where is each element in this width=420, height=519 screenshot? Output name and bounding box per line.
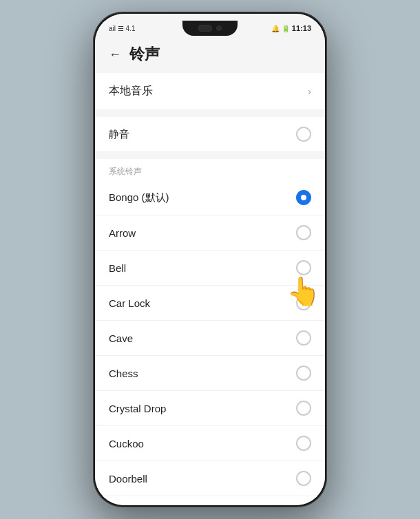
- ringtone-label-doorbell: Doorbell: [109, 473, 147, 485]
- ringtone-label-bongo: Bongo (默认): [109, 191, 169, 204]
- ringtone-radio-doorbell[interactable]: [296, 471, 311, 486]
- silent-radio[interactable]: [296, 127, 311, 142]
- ringtone-label-cuckoo: Cuckoo: [109, 438, 144, 449]
- nav-header: ← 铃声: [95, 39, 325, 73]
- back-button[interactable]: ←: [109, 47, 121, 62]
- ringtone-label-bell: Bell: [109, 262, 126, 274]
- ringtone-radio-cave[interactable]: [296, 330, 311, 346]
- system-ringtones-section-label: 系统铃声: [95, 159, 325, 180]
- ringtone-item-car-lock[interactable]: Car Lock 👆: [95, 286, 325, 321]
- bell-icon: 🔔: [271, 25, 280, 32]
- ringtone-item-bell[interactable]: Bell: [95, 251, 325, 286]
- silent-label: 静音: [109, 128, 129, 141]
- ringtone-label-car-lock: Car Lock: [109, 297, 150, 309]
- status-bar: ail ☰ 4.1 🔔 🔋 11:13: [95, 14, 325, 39]
- camera-wide: [198, 25, 212, 32]
- ringtone-radio-bongo[interactable]: [296, 190, 311, 205]
- local-music-label: 本地音乐: [109, 84, 153, 98]
- camera-dot: [216, 25, 222, 31]
- battery-icon: 🔋: [282, 25, 290, 32]
- ringtone-item-bongo[interactable]: Bongo (默认): [95, 180, 325, 215]
- ringtone-label-crystal-drop: Crystal Drop: [109, 403, 166, 414]
- content-area: 本地音乐 › 静音 系统铃声 Bongo (默认) Arrow: [95, 73, 325, 505]
- phone-screen: ail ☰ 4.1 🔔 🔋 11:13 ← 铃声 本地音乐 ›: [95, 14, 325, 505]
- divider-2: [95, 152, 325, 159]
- ringtone-item-cuckoo[interactable]: Cuckoo: [95, 426, 325, 461]
- ringtone-item-crystal-drop[interactable]: Crystal Drop: [95, 391, 325, 426]
- ringtone-radio-chess[interactable]: [296, 366, 311, 381]
- ringtone-label-cave: Cave: [109, 332, 133, 344]
- ringtone-item-doorbell[interactable]: Doorbell: [95, 461, 325, 496]
- ringtone-item-chess[interactable]: Chess: [95, 356, 325, 391]
- phone-frame: ail ☰ 4.1 🔔 🔋 11:13 ← 铃声 本地音乐 ›: [93, 12, 327, 507]
- status-left: ail ☰ 4.1: [109, 25, 135, 32]
- ringtone-radio-car-lock[interactable]: [296, 295, 311, 310]
- ringtone-radio-cuckoo[interactable]: [296, 436, 311, 451]
- ringtone-radio-bell[interactable]: [296, 260, 311, 275]
- status-right: 🔔 🔋 11:13: [271, 24, 311, 32]
- page-title: 铃声: [129, 44, 160, 65]
- chevron-right-icon: ›: [308, 86, 311, 97]
- ringtone-label-chess: Chess: [109, 368, 138, 379]
- camera-notch: [182, 21, 238, 36]
- time-display: 11:13: [292, 24, 311, 32]
- signal-text: ail ☰ 4.1: [109, 25, 135, 32]
- divider-1: [95, 110, 325, 117]
- ringtone-item-cave[interactable]: Cave: [95, 321, 325, 356]
- ringtone-radio-crystal-drop[interactable]: [296, 401, 311, 416]
- ringtone-item-arrow[interactable]: Arrow: [95, 215, 325, 251]
- ringtone-radio-arrow[interactable]: [296, 225, 311, 240]
- silent-item[interactable]: 静音: [95, 117, 325, 152]
- local-music-item[interactable]: 本地音乐 ›: [95, 73, 325, 110]
- ringtone-label-arrow: Arrow: [109, 227, 136, 239]
- ringtone-item-drip[interactable]: Drip: [95, 496, 325, 505]
